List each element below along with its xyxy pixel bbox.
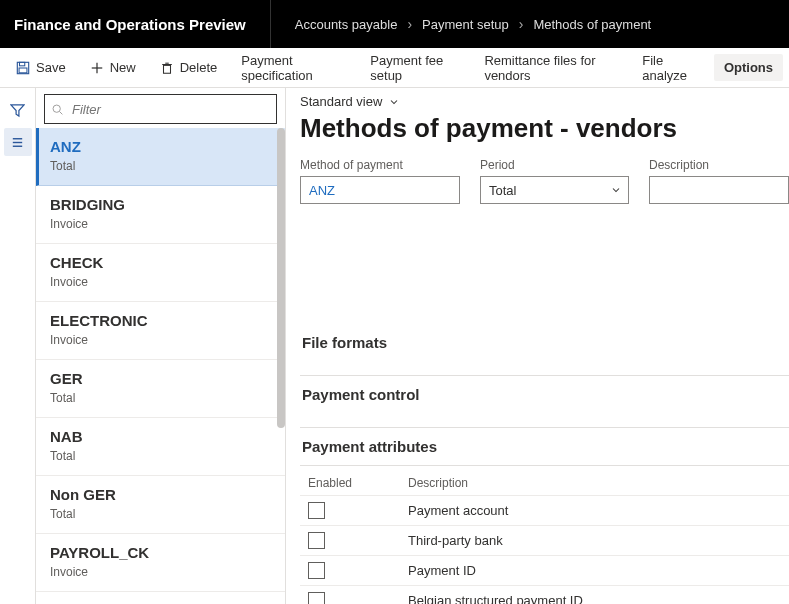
options-button[interactable]: Options [714,54,783,81]
list-item-title: NAB [50,428,271,445]
list-item-subtitle: Invoice [50,275,271,289]
description-header: Description [400,476,789,490]
svg-rect-2 [19,68,27,73]
command-bar: Save New Delete Payment specification Pa… [0,48,789,88]
payment-specification-button[interactable]: Payment specification [231,47,356,89]
list-item-title: ANZ [50,138,271,155]
list-icon [10,135,25,150]
list-item-title: BRIDGING [50,196,271,213]
list-item[interactable]: ELECTRONICInvoice [36,302,285,360]
list-item-title: PAYROLL_CK [50,544,271,561]
payment-fee-setup-button[interactable]: Payment fee setup [360,47,470,89]
list-pane: ANZTotalBRIDGINGInvoiceCHECKInvoiceELECT… [36,88,286,604]
search-icon [51,103,64,116]
filter-box[interactable] [44,94,277,124]
list-item[interactable]: CHECKInvoice [36,244,285,302]
period-label: Period [480,158,629,172]
attribute-description[interactable]: Third-party bank [400,533,789,548]
top-bar: Finance and Operations Preview Accounts … [0,0,789,48]
enabled-header: Enabled [300,476,400,490]
enabled-checkbox[interactable] [308,562,325,579]
app-title: Finance and Operations Preview [14,0,271,48]
attributes-table: Enabled Description Payment accountThird… [300,465,789,604]
list-item-title: ELECTRONIC [50,312,271,329]
left-rail [0,88,36,604]
delete-button[interactable]: Delete [150,54,228,81]
list-item-subtitle: Total [50,449,271,463]
method-of-payment-input[interactable] [300,176,460,204]
enabled-checkbox[interactable] [308,532,325,549]
payment-control-section[interactable]: Payment control [300,375,789,409]
new-button[interactable]: New [80,54,146,81]
scroll-thumb[interactable] [277,128,285,428]
method-of-payment-label: Method of payment [300,158,460,172]
view-selector[interactable]: Standard view [300,94,789,113]
page-title: Methods of payment - vendors [300,113,789,144]
list-item-subtitle: Total [50,159,271,173]
chevron-down-icon [388,96,400,108]
plus-icon [90,61,104,75]
list-item[interactable]: NABTotal [36,418,285,476]
list-item[interactable]: BRIDGINGInvoice [36,186,285,244]
funnel-icon [10,103,25,118]
attributes-header: Enabled Description [300,466,789,496]
save-icon [16,61,30,75]
list-item-title: Non GER [50,486,271,503]
list-item-title: GER [50,370,271,387]
file-formats-section[interactable]: File formats [300,324,789,357]
list-rail-button[interactable] [4,128,32,156]
filter-input[interactable] [70,101,270,118]
list-item[interactable]: GERTotal [36,360,285,418]
method-list[interactable]: ANZTotalBRIDGINGInvoiceCHECKInvoiceELECT… [36,128,285,604]
list-item-subtitle: Total [50,507,271,521]
field-row: Method of payment Period Total Descripti… [300,158,789,204]
payment-attributes-section[interactable]: Payment attributes [300,427,789,461]
table-row[interactable]: Payment ID [300,556,789,586]
filter-rail-button[interactable] [4,96,32,124]
attribute-description[interactable]: Payment account [400,503,789,518]
list-item[interactable]: PAYROLL_CKInvoice [36,534,285,592]
table-row[interactable]: Third-party bank [300,526,789,556]
svg-rect-5 [163,65,170,73]
list-item-subtitle: Invoice [50,217,271,231]
enabled-checkbox[interactable] [308,592,325,604]
description-input[interactable] [649,176,789,204]
list-item[interactable]: ANZTotal [36,128,285,186]
svg-line-13 [60,111,63,114]
save-button[interactable]: Save [6,54,76,81]
table-row[interactable]: Belgian structured payment ID [300,586,789,604]
list-item-subtitle: Invoice [50,565,271,579]
attribute-description[interactable]: Belgian structured payment ID [400,593,789,604]
list-item-subtitle: Invoice [50,333,271,347]
chevron-right-icon: › [407,16,412,32]
list-item-title: CHECK [50,254,271,271]
main-body: ANZTotalBRIDGINGInvoiceCHECKInvoiceELECT… [0,88,789,604]
trash-icon [160,61,174,75]
remittance-files-button[interactable]: Remittance files for vendors [474,47,628,89]
svg-marker-8 [11,104,24,115]
chevron-down-icon [610,184,622,196]
attribute-description[interactable]: Payment ID [400,563,789,578]
detail-pane: Standard view Methods of payment - vendo… [286,88,789,604]
svg-point-12 [53,105,60,112]
file-analyze-button[interactable]: File analyze [632,47,710,89]
breadcrumb-item[interactable]: Methods of payment [533,17,651,32]
list-item-subtitle: Total [50,391,271,405]
breadcrumb-item[interactable]: Payment setup [422,17,509,32]
breadcrumb: Accounts payable › Payment setup › Metho… [295,16,651,32]
chevron-right-icon: › [519,16,524,32]
period-select[interactable]: Total [480,176,629,204]
description-label: Description [649,158,789,172]
list-item[interactable]: Non GERTotal [36,476,285,534]
table-row[interactable]: Payment account [300,496,789,526]
enabled-checkbox[interactable] [308,502,325,519]
breadcrumb-item[interactable]: Accounts payable [295,17,398,32]
